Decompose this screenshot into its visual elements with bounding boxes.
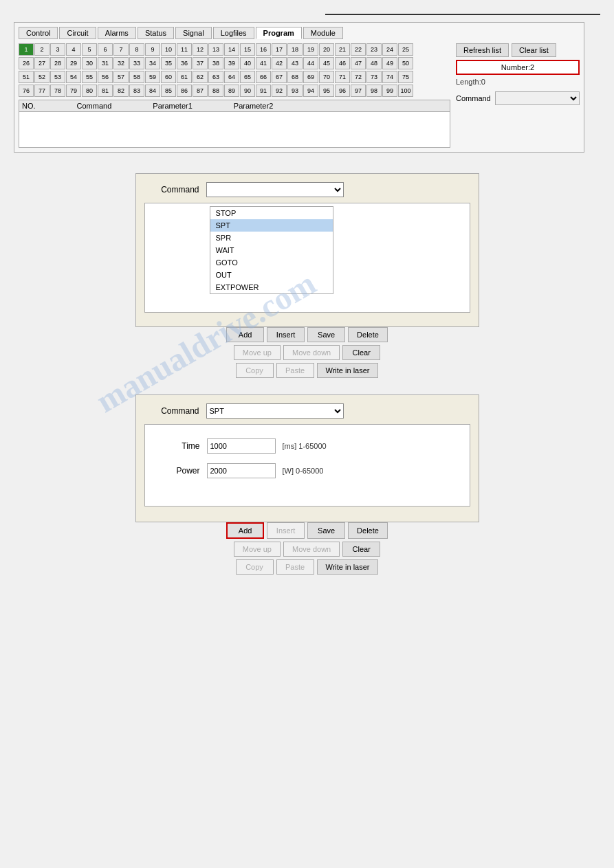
num-btn-90[interactable]: 90 <box>240 85 255 97</box>
bottom-copy-button[interactable]: Copy <box>236 559 274 575</box>
num-btn-83[interactable]: 83 <box>129 85 144 97</box>
bottom-write-in-laser-button[interactable]: Write in laser <box>317 559 379 575</box>
num-btn-89[interactable]: 89 <box>224 85 239 97</box>
top-command-select[interactable] <box>495 91 580 105</box>
num-btn-11[interactable]: 11 <box>177 43 192 56</box>
num-btn-37[interactable]: 37 <box>193 57 208 69</box>
num-btn-18[interactable]: 18 <box>287 43 303 56</box>
num-btn-26[interactable]: 26 <box>19 57 34 69</box>
num-btn-63[interactable]: 63 <box>208 71 223 83</box>
num-btn-12[interactable]: 12 <box>193 43 208 56</box>
tab-alarms[interactable]: Alarms <box>98 27 136 39</box>
dropdown-item-out[interactable]: OUT <box>210 269 333 281</box>
num-btn-19[interactable]: 19 <box>303 43 318 56</box>
num-btn-58[interactable]: 58 <box>129 71 144 83</box>
num-btn-82[interactable]: 82 <box>113 85 129 97</box>
refresh-list-button[interactable]: Refresh list <box>456 43 509 57</box>
num-btn-88[interactable]: 88 <box>208 85 223 97</box>
num-btn-96[interactable]: 96 <box>335 85 350 97</box>
num-btn-38[interactable]: 38 <box>208 57 223 69</box>
dropdown-item-wait[interactable]: WAIT <box>210 244 333 256</box>
num-btn-48[interactable]: 48 <box>366 57 382 69</box>
tab-module[interactable]: Module <box>303 27 343 39</box>
tab-signal[interactable]: Signal <box>175 27 212 39</box>
tab-circuit[interactable]: Circuit <box>59 27 96 39</box>
time-input[interactable] <box>207 438 276 454</box>
num-btn-17[interactable]: 17 <box>272 43 287 56</box>
num-btn-5[interactable]: 5 <box>82 43 97 56</box>
num-btn-97[interactable]: 97 <box>351 85 366 97</box>
dropdown-item-extpower[interactable]: EXTPOWER <box>210 281 333 293</box>
num-btn-20[interactable]: 20 <box>319 43 334 56</box>
bottom-paste-button[interactable]: Paste <box>276 559 314 575</box>
num-btn-36[interactable]: 36 <box>177 57 192 69</box>
num-btn-65[interactable]: 65 <box>240 71 255 83</box>
num-btn-42[interactable]: 42 <box>272 57 287 69</box>
num-btn-91[interactable]: 91 <box>256 85 271 97</box>
middle-clear-button[interactable]: Clear <box>342 345 380 360</box>
num-btn-43[interactable]: 43 <box>287 57 303 69</box>
num-btn-51[interactable]: 51 <box>19 71 34 83</box>
dropdown-item-stop[interactable]: STOP <box>210 207 333 219</box>
num-btn-34[interactable]: 34 <box>145 57 160 69</box>
dropdown-item-spt[interactable]: SPT <box>210 219 333 232</box>
num-btn-21[interactable]: 21 <box>335 43 350 56</box>
middle-save-button[interactable]: Save <box>307 327 345 342</box>
bottom-move-up-button[interactable]: Move up <box>234 542 281 557</box>
num-btn-50[interactable]: 50 <box>398 57 413 69</box>
num-btn-29[interactable]: 29 <box>66 57 81 69</box>
num-btn-14[interactable]: 14 <box>224 43 239 56</box>
num-btn-40[interactable]: 40 <box>240 57 255 69</box>
num-btn-23[interactable]: 23 <box>366 43 382 56</box>
num-btn-6[interactable]: 6 <box>98 43 113 56</box>
num-btn-54[interactable]: 54 <box>66 71 81 83</box>
num-btn-52[interactable]: 52 <box>34 71 50 83</box>
num-btn-55[interactable]: 55 <box>82 71 97 83</box>
num-btn-71[interactable]: 71 <box>335 71 350 83</box>
num-btn-94[interactable]: 94 <box>303 85 318 97</box>
num-btn-95[interactable]: 95 <box>319 85 334 97</box>
num-btn-98[interactable]: 98 <box>366 85 382 97</box>
num-btn-28[interactable]: 28 <box>50 57 65 69</box>
power-input[interactable] <box>207 463 276 478</box>
num-btn-59[interactable]: 59 <box>145 71 160 83</box>
num-btn-68[interactable]: 68 <box>287 71 303 83</box>
middle-command-select[interactable] <box>206 182 344 197</box>
num-btn-79[interactable]: 79 <box>66 85 81 97</box>
num-btn-64[interactable]: 64 <box>224 71 239 83</box>
middle-copy-button[interactable]: Copy <box>236 363 274 378</box>
num-btn-22[interactable]: 22 <box>351 43 366 56</box>
num-btn-31[interactable]: 31 <box>98 57 113 69</box>
num-btn-4[interactable]: 4 <box>66 43 81 56</box>
bottom-clear-button[interactable]: Clear <box>342 542 380 557</box>
num-btn-73[interactable]: 73 <box>366 71 382 83</box>
bottom-add-button[interactable]: Add <box>226 522 264 539</box>
num-btn-46[interactable]: 46 <box>335 57 350 69</box>
dropdown-item-spr[interactable]: SPR <box>210 232 333 244</box>
middle-move-down-button[interactable]: Move down <box>283 345 340 360</box>
num-btn-45[interactable]: 45 <box>319 57 334 69</box>
middle-paste-button[interactable]: Paste <box>276 363 314 378</box>
num-btn-56[interactable]: 56 <box>98 71 113 83</box>
num-btn-86[interactable]: 86 <box>177 85 192 97</box>
num-btn-10[interactable]: 10 <box>161 43 176 56</box>
bottom-move-down-button[interactable]: Move down <box>283 542 340 557</box>
bottom-command-select[interactable]: SPT <box>206 403 344 419</box>
num-btn-66[interactable]: 66 <box>256 71 271 83</box>
tab-program[interactable]: Program <box>256 27 302 39</box>
tab-status[interactable]: Status <box>138 27 174 39</box>
num-btn-7[interactable]: 7 <box>113 43 129 56</box>
num-btn-84[interactable]: 84 <box>145 85 160 97</box>
middle-add-button[interactable]: Add <box>226 327 264 342</box>
num-btn-76[interactable]: 76 <box>19 85 34 97</box>
num-btn-61[interactable]: 61 <box>177 71 192 83</box>
clear-list-button[interactable]: Clear list <box>512 43 556 57</box>
num-btn-33[interactable]: 33 <box>129 57 144 69</box>
bottom-delete-button[interactable]: Delete <box>348 522 388 539</box>
middle-delete-button[interactable]: Delete <box>348 327 388 342</box>
num-btn-24[interactable]: 24 <box>382 43 397 56</box>
num-btn-60[interactable]: 60 <box>161 71 176 83</box>
num-btn-13[interactable]: 13 <box>208 43 223 56</box>
num-btn-47[interactable]: 47 <box>351 57 366 69</box>
num-btn-69[interactable]: 69 <box>303 71 318 83</box>
